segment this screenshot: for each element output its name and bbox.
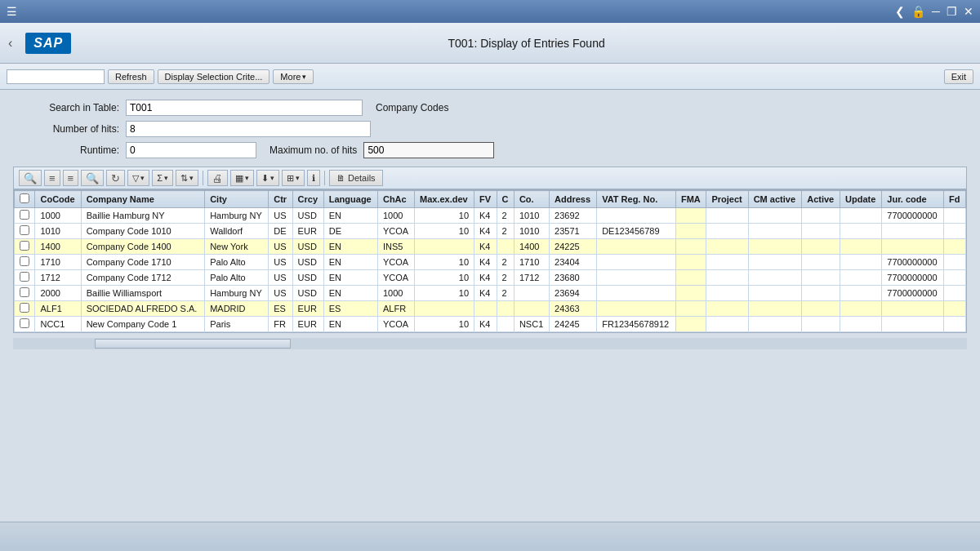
row-checkbox-cell[interactable] [15,255,35,270]
row-fv: K4 [474,208,497,224]
row-checkbox[interactable] [20,256,29,266]
row-company-name: Company Code 1710 [81,255,205,270]
row-checkbox-cell[interactable] [15,270,35,286]
nav-back-icon[interactable]: ❮ [895,5,905,18]
search-in-table-input[interactable] [126,100,363,116]
table-row[interactable]: ALF1SOCIEDAD ALFREDO S.A.MADRIDESEURESAL… [15,301,966,317]
row-checkbox[interactable] [20,318,29,328]
row-address: 23692 [550,208,597,224]
table-row[interactable]: 1400Company Code 1400New YorkUSUSDENINS5… [15,239,966,255]
row-checkbox-cell[interactable] [15,317,35,332]
row-maxexdev: 10 [414,286,474,301]
layout-btn[interactable]: ⊞▾ [282,170,305,186]
row-jur-code: 7700000000 [882,255,944,270]
sum-btn[interactable]: Σ▾ [152,170,173,186]
col-fd: Fd [943,191,965,208]
row-fd [943,317,965,332]
row-checkbox[interactable] [20,210,29,220]
more-button[interactable]: More ▾ [273,69,314,84]
row-co: 1010 [514,208,549,224]
info-btn[interactable]: ℹ [307,170,320,186]
row-checkbox[interactable] [20,287,29,297]
display-selection-button[interactable]: Display Selection Crite... [158,69,270,84]
row-checkbox-cell[interactable] [15,239,35,255]
back-button[interactable]: ‹ [8,36,12,51]
horizontal-scrollbar[interactable] [13,338,967,349]
filter-btn[interactable]: ▽▾ [127,170,149,186]
search-icon-btn[interactable]: 🔍 [19,170,42,186]
row-cm-active [748,239,802,255]
table-row[interactable]: 1712Company Code 1712Palo AltoUSUSDENYCO… [15,270,966,286]
minimize-icon[interactable]: ─ [932,5,940,18]
max-hits-input[interactable] [363,142,494,158]
row-city: Paris [205,317,269,332]
row-project [706,224,748,239]
col-chac: ChAc [377,191,414,208]
toolbar-dropdown[interactable] [7,69,105,84]
number-of-hits-input[interactable] [126,121,371,137]
table-row[interactable]: 1710Company Code 1710Palo AltoUSUSDENYCO… [15,255,966,270]
row-update [840,255,882,270]
row-checkbox[interactable] [20,303,29,313]
row-c [497,301,514,317]
close-icon[interactable]: ✕ [964,5,973,18]
row-checkbox[interactable] [20,225,29,235]
row-address: 24363 [550,301,597,317]
row-vat-reg-no: FR12345678912 [597,317,676,332]
find-btn[interactable]: 🔍 [81,170,104,186]
row-update [840,317,882,332]
row-cm-active [748,286,802,301]
maximize-icon[interactable]: ❐ [947,5,957,18]
refresh-button[interactable]: Refresh [108,69,154,84]
table-row[interactable]: NCC1New Company Code 1ParisFREURENYCOA10… [15,317,966,332]
row-checkbox[interactable] [20,272,29,282]
select-all-checkbox[interactable] [20,193,29,203]
row-co: 1400 [514,239,549,255]
title-bar-left: ☰ [7,5,17,18]
refresh-table-btn[interactable]: ↻ [106,170,125,186]
search-in-table-label: Search in Table: [13,102,119,113]
row-checkbox-cell[interactable] [15,224,35,239]
row-checkbox-cell[interactable] [15,208,35,224]
sort-btn[interactable]: ⇅▾ [176,170,198,186]
row-update [840,301,882,317]
sap-logo: SAP [25,33,71,54]
runtime-input[interactable] [126,142,256,158]
row-language: EN [323,255,377,270]
print-btn[interactable]: 🖨 [207,170,228,186]
align-right-btn[interactable]: ≡ [63,170,79,186]
row-language: EN [323,286,377,301]
row-project [706,255,748,270]
row-fd [943,286,965,301]
row-project [706,286,748,301]
row-crcy: EUR [292,301,323,317]
grid-btn[interactable]: ▦▾ [230,170,254,186]
main-content: Search in Table: Company Codes Number of… [0,90,980,522]
row-maxexdev: 10 [414,208,474,224]
col-city: City [205,191,269,208]
hamburger-icon[interactable]: ☰ [7,5,17,18]
align-left-btn[interactable]: ≡ [44,170,60,186]
row-jur-code: 7700000000 [882,208,944,224]
company-codes-label: Company Codes [376,102,448,113]
table-row[interactable]: 1010Company Code 1010WalldorfDEEURDEYCOA… [15,224,966,239]
table-row[interactable]: 2000Baillie WilliamsportHamburg NYUSUSDE… [15,286,966,301]
table-row[interactable]: 1000Baillie Hamburg NYHamburg NYUSUSDEN1… [15,208,966,224]
details-button[interactable]: 🗎 Details [329,170,383,186]
exit-button[interactable]: Exit [944,69,973,84]
row-checkbox[interactable] [20,241,29,251]
row-project [706,208,748,224]
row-update [840,286,882,301]
row-c: 2 [497,255,514,270]
row-city: New York [205,239,269,255]
download-btn[interactable]: ⬇▾ [256,170,279,186]
row-ctr: FR [269,317,292,332]
row-company-name: Company Code 1712 [81,270,205,286]
row-checkbox-cell[interactable] [15,301,35,317]
row-chac: ALFR [377,301,414,317]
scrollbar-thumb[interactable] [95,339,291,349]
row-maxexdev: 10 [414,317,474,332]
lock-icon[interactable]: 🔒 [911,5,925,18]
row-checkbox-cell[interactable] [15,286,35,301]
row-fd [943,224,965,239]
